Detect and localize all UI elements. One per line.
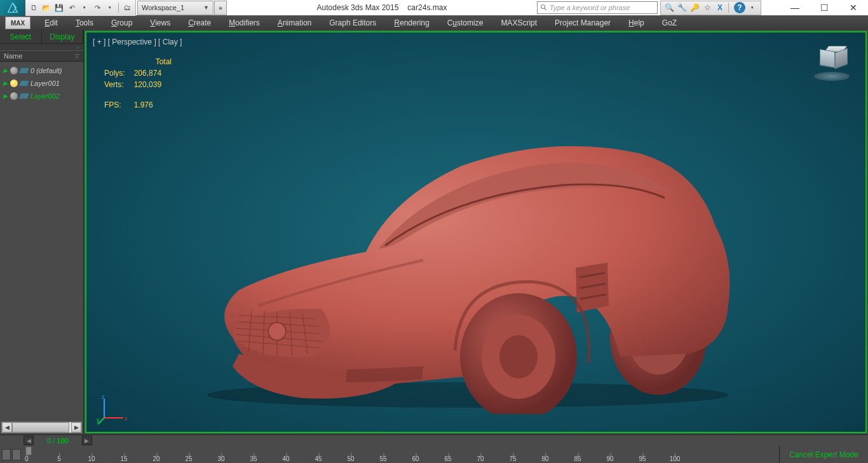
menu-goz[interactable]: GoZ [653,18,686,27]
menu-modifiers[interactable]: Modifiers [220,18,269,27]
menu-animation[interactable]: Animation [269,18,320,27]
key-filter-icon[interactable] [2,449,11,460]
viewport-wrap: [ + ] [ Perspective ] [ Clay ] Total Pol… [84,30,868,434]
timeline-top: ◀ 0 / 100 ▶ [0,435,868,446]
timeline-tick: 10 [88,455,95,462]
expand-icon[interactable]: ▶ [3,80,8,86]
expand-icon[interactable]: ▶ [3,67,8,74]
save-file-icon[interactable]: 💾 [53,2,65,13]
menu-graph-editors[interactable]: Graph Editors [320,18,385,27]
expand-icon[interactable]: ▶ [3,93,8,99]
menu-group[interactable]: Group [102,18,141,27]
timeline-tick: 15 [120,455,127,462]
panel-header-label: Name [4,52,22,60]
scroll-right-icon[interactable]: ▶ [71,422,81,432]
key-icon[interactable]: 🔑 [689,2,700,13]
separator [118,3,119,13]
timeline-key-icons [0,449,23,460]
panel-header[interactable]: Name ▽ [0,50,83,62]
menu-edit[interactable]: Edit [36,18,67,27]
maximize-button[interactable]: ☐ [810,0,839,16]
timeline-tick: 50 [347,455,354,462]
timeline-tick: 55 [379,455,386,462]
visibility-icon[interactable] [10,67,18,74]
max-menu-button[interactable]: MAX [5,17,31,29]
layer-name: Layer001 [31,79,60,87]
viewcube-right[interactable] [835,48,848,69]
stats-polys-label: Polys: [100,68,129,78]
title-center: Autodesk 3ds Max 2015 car24s.max [227,3,537,12]
tab-select[interactable]: Select [0,30,42,43]
help-dropdown-icon[interactable]: ▾ [747,2,758,13]
filename: car24s.max [407,3,447,12]
viewcube-cube[interactable] [820,45,844,69]
redo-dropdown-icon[interactable]: ▾ [104,2,116,13]
exchange-icon[interactable]: X [714,2,726,13]
layer-icon [18,93,30,99]
cancel-expert-mode-button[interactable]: Cancel Expert Mode [779,446,868,463]
x-axis-label: x [125,415,128,422]
viewport-label[interactable]: [ + ] [ Perspective ] [ Clay ] [93,38,182,46]
title-tools: 🔍 🔧 🔑 ☆ X ? ▾ [660,1,761,15]
timeline-prev-icon[interactable]: ◀ [24,436,34,445]
timeline-tick: 65 [444,455,451,462]
tab-display[interactable]: Display [42,30,84,43]
workspace-chevron[interactable]: » [214,1,227,15]
left-panel: Select Display » Name ▽ ▶ 0 (default) ▶ … [0,30,84,434]
layer-item-layer002[interactable]: ▶ Layer002 [1,90,82,102]
timeline-tick: 35 [250,455,257,462]
search-input[interactable]: Type a keyword or phrase [537,1,658,14]
menu-help[interactable]: Help [620,18,653,27]
help-icon[interactable]: ? [734,2,745,13]
titlebar: 🗋 📂 💾 ↶ ▾ ↷ ▾ 🗂 Workspace_1 ▼ » Autodesk… [0,0,868,16]
star-icon[interactable]: ☆ [702,2,713,13]
binoculars-icon[interactable]: 🔍 [663,2,675,13]
layer-name: 0 (default) [31,67,62,74]
viewcube-front[interactable] [820,49,835,68]
stats-fps-value: 1.976 [130,100,175,110]
main-area: Select Display » Name ▽ ▶ 0 (default) ▶ … [0,30,868,434]
viewport[interactable]: [ + ] [ Perspective ] [ Clay ] Total Pol… [85,31,867,433]
project-icon[interactable]: 🗂 [121,2,133,13]
visibility-icon[interactable] [10,79,18,87]
wrench-icon[interactable]: 🔧 [676,2,688,13]
viewcube[interactable] [811,41,853,83]
car-model [156,115,792,414]
timeline-tick: 25 [185,455,192,462]
menu-tools[interactable]: Tools [67,18,102,27]
new-file-icon[interactable]: 🗋 [28,2,39,13]
workspace-selector[interactable]: Workspace_1 ▼ [137,1,214,15]
axis-gizmo: z x y [97,394,128,425]
timeline-ruler[interactable]: 0510152025303540455055606570758085909510… [23,446,779,463]
stats-fps-label: FPS: [100,100,129,110]
close-button[interactable]: ✕ [839,0,868,16]
menu-rendering[interactable]: Rendering [385,18,438,27]
app-icon[interactable] [0,0,25,16]
menu-create[interactable]: Create [179,18,220,27]
layer-item-default[interactable]: ▶ 0 (default) [1,64,82,77]
timeline-next-icon[interactable]: ▶ [82,436,92,445]
menu-project-manager[interactable]: Project Manager [546,18,620,27]
undo-icon[interactable]: ↶ [66,2,78,13]
timeline-tick: 90 [606,455,613,462]
redo-icon[interactable]: ↷ [92,2,103,13]
menu-views[interactable]: Views [141,18,179,27]
app-title: Autodesk 3ds Max 2015 [317,3,399,12]
minimize-button[interactable]: — [780,0,810,16]
menu-maxscript[interactable]: MAXScript [492,18,546,27]
scroll-thumb[interactable] [12,422,69,432]
scroll-left-icon[interactable]: ◀ [2,422,12,432]
layer-item-layer001[interactable]: ▶ Layer001 [1,77,82,90]
menu-customize[interactable]: Customize [438,18,492,27]
timeline-tick: 80 [541,455,548,462]
sort-icon: ▽ [75,53,79,59]
undo-dropdown-icon[interactable]: ▾ [79,2,90,13]
open-file-icon[interactable]: 📂 [41,2,52,13]
panel-scrollbar[interactable]: ◀ ▶ [1,422,82,433]
key-mode-icon[interactable] [12,449,21,460]
panel-tabs: Select Display [0,30,83,44]
visibility-icon[interactable] [10,92,18,100]
svg-point-0 [541,5,545,9]
timeline-tick: 5 [57,455,61,462]
layer-list: ▶ 0 (default) ▶ Layer001 ▶ Layer002 [0,62,83,422]
